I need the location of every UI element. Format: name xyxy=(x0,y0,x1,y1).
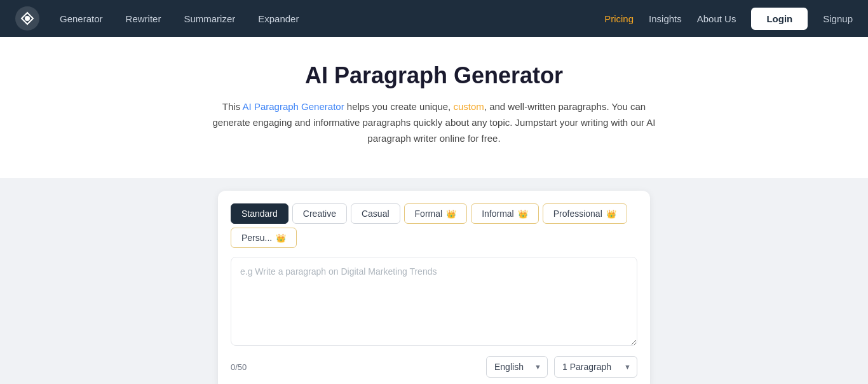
tab-standard[interactable]: Standard xyxy=(231,203,288,224)
tab-professional[interactable]: Professional 👑 xyxy=(543,203,627,224)
hero-description: This AI Paragraph Generator helps you cr… xyxy=(205,99,663,146)
language-select[interactable]: English Spanish French German xyxy=(486,356,548,378)
tab-formal[interactable]: Formal 👑 xyxy=(404,203,468,224)
tool-wrapper: Standard Creative Casual Formal 👑 Inform… xyxy=(0,178,868,384)
nav-summarizer[interactable]: Summarizer xyxy=(184,13,235,24)
nav-links: Generator Rewriter Summarizer Expander xyxy=(60,13,604,24)
tool-card: Standard Creative Casual Formal 👑 Inform… xyxy=(218,191,650,384)
nav-rewriter[interactable]: Rewriter xyxy=(126,13,161,24)
logo[interactable] xyxy=(15,6,39,31)
navbar: Generator Rewriter Summarizer Expander P… xyxy=(0,0,868,37)
nav-pricing[interactable]: Pricing xyxy=(604,13,634,24)
signup-button[interactable]: Signup xyxy=(823,13,853,24)
paragraph-count-select[interactable]: 1 Paragraph 2 Paragraphs 3 Paragraphs xyxy=(554,356,637,378)
svg-point-1 xyxy=(25,16,30,21)
hero-link-2: custom xyxy=(453,101,484,112)
char-counter: 0/50 xyxy=(231,362,247,372)
tab-casual[interactable]: Casual xyxy=(351,203,400,224)
crown-icon: 👑 xyxy=(276,233,286,243)
nav-insights[interactable]: Insights xyxy=(649,13,682,24)
paragraph-input[interactable] xyxy=(231,257,637,346)
hero-link-1: AI Paragraph Generator xyxy=(243,101,344,112)
crown-icon: 👑 xyxy=(446,209,456,219)
hero-section: AI Paragraph Generator This AI Paragraph… xyxy=(0,37,868,178)
page-title: AI Paragraph Generator xyxy=(13,62,855,89)
tab-creative[interactable]: Creative xyxy=(292,203,347,224)
nav-about[interactable]: About Us xyxy=(697,13,736,24)
tab-persuasive[interactable]: Persu... 👑 xyxy=(231,228,297,248)
tab-informal[interactable]: Informal 👑 xyxy=(471,203,539,224)
bottom-row: 0/50 English Spanish French German ▼ 1 P… xyxy=(231,356,637,378)
crown-icon: 👑 xyxy=(518,209,528,219)
paragraph-count-select-wrapper: 1 Paragraph 2 Paragraphs 3 Paragraphs ▼ xyxy=(554,356,637,378)
language-select-wrapper: English Spanish French German ▼ xyxy=(486,356,548,378)
nav-right: Pricing Insights About Us Login Signup xyxy=(604,8,853,30)
crown-icon: 👑 xyxy=(606,209,616,219)
nav-expander[interactable]: Expander xyxy=(258,13,299,24)
selects-group: English Spanish French German ▼ 1 Paragr… xyxy=(486,356,637,378)
style-tabs: Standard Creative Casual Formal 👑 Inform… xyxy=(231,203,637,248)
login-button[interactable]: Login xyxy=(751,8,808,30)
nav-generator[interactable]: Generator xyxy=(60,13,103,24)
